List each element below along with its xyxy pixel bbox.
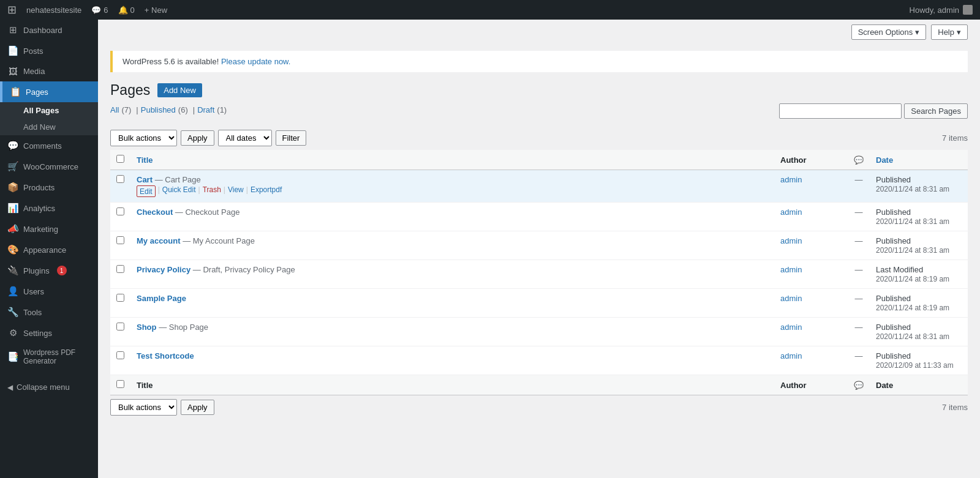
apply-button-top[interactable]: Apply bbox=[181, 130, 214, 146]
sidebar-item-media[interactable]: 🖼 Media bbox=[0, 61, 98, 81]
comments-icon-bar[interactable]: 💬 6 bbox=[91, 6, 108, 15]
pdf-icon: 📑 bbox=[7, 351, 18, 362]
bulk-actions-select-bottom[interactable]: Bulk actions bbox=[110, 399, 177, 416]
sidebar-item-marketing[interactable]: 📣 Marketing bbox=[0, 218, 98, 239]
media-icon: 🖼 bbox=[7, 66, 18, 77]
date-sort-link[interactable]: Date bbox=[876, 155, 893, 165]
table-row: Shop — Shop Page admin — Published 2020/… bbox=[110, 318, 968, 346]
col-footer-title: Title bbox=[130, 375, 774, 395]
author-link[interactable]: admin bbox=[780, 323, 802, 332]
add-new-button[interactable]: Add New bbox=[157, 83, 202, 97]
col-footer-comments: 💬 bbox=[848, 375, 870, 395]
pages-submenu: All Pages Add New bbox=[0, 102, 98, 135]
settings-icon: ⚙ bbox=[7, 327, 18, 338]
site-name[interactable]: nehatestsitesite bbox=[26, 6, 81, 15]
exportpdf-link[interactable]: Exportpdf bbox=[251, 185, 282, 197]
col-header-date[interactable]: Date bbox=[870, 150, 968, 170]
row-title-cell: Sample Page bbox=[130, 289, 774, 318]
author-link[interactable]: admin bbox=[780, 294, 802, 303]
dates-filter-select[interactable]: All dates bbox=[218, 130, 272, 146]
edit-link[interactable]: Edit bbox=[140, 187, 153, 196]
sidebar-item-posts[interactable]: 📄 Posts bbox=[0, 40, 98, 61]
marketing-icon: 📣 bbox=[7, 223, 18, 234]
row-checkbox[interactable] bbox=[116, 207, 124, 215]
row-title-cell: Cart — Cart Page Edit | Quick Edit | Tra… bbox=[130, 170, 774, 203]
author-link[interactable]: admin bbox=[780, 265, 802, 274]
date-status: Published bbox=[876, 175, 911, 184]
quick-edit-link[interactable]: Quick Edit bbox=[162, 185, 196, 197]
row-checkbox[interactable] bbox=[116, 351, 124, 359]
sidebar-item-settings[interactable]: ⚙ Settings bbox=[0, 323, 98, 343]
plugins-icon: 🔌 bbox=[7, 265, 18, 276]
submenu-all-pages[interactable]: All Pages bbox=[0, 102, 98, 119]
sidebar-item-pages[interactable]: 📋 Pages bbox=[0, 81, 98, 102]
sidebar-item-analytics[interactable]: 📊 Analytics bbox=[0, 198, 98, 218]
select-all-checkbox-bottom[interactable] bbox=[116, 380, 124, 388]
view-link[interactable]: View bbox=[228, 185, 244, 197]
new-menu[interactable]: + New bbox=[145, 6, 167, 15]
author-link[interactable]: admin bbox=[780, 175, 802, 184]
sidebar-item-dashboard[interactable]: ⊞ Dashboard bbox=[0, 20, 98, 40]
row-title-link[interactable]: Shop bbox=[137, 323, 157, 332]
bulk-actions-select-top[interactable]: Bulk actions bbox=[110, 130, 177, 146]
row-checkbox-cell bbox=[110, 170, 130, 203]
sidebar-item-woocommerce[interactable]: 🛒 WooCommerce bbox=[0, 156, 98, 177]
row-title-link[interactable]: Checkout bbox=[137, 207, 173, 217]
edit-action-box: Edit bbox=[137, 185, 156, 197]
date-value: 2020/11/24 at 8:31 am bbox=[876, 185, 949, 193]
users-icon: 👤 bbox=[7, 286, 18, 297]
apply-button-bottom[interactable]: Apply bbox=[181, 400, 214, 415]
comments-footer-icon: 💬 bbox=[854, 381, 864, 390]
wp-logo-icon[interactable]: ⊞ bbox=[7, 3, 17, 17]
screen-options-button[interactable]: Screen Options ▾ bbox=[851, 24, 927, 40]
sidebar-item-plugins[interactable]: 🔌 Plugins 1 bbox=[0, 260, 98, 281]
row-date-cell: Published 2020/11/24 at 8:31 am bbox=[870, 170, 968, 203]
filter-all[interactable]: All bbox=[110, 105, 119, 114]
search-pages-button[interactable]: Search Pages bbox=[904, 103, 968, 119]
trash-link[interactable]: Trash bbox=[203, 185, 221, 197]
col-header-author: Author bbox=[774, 150, 848, 170]
select-all-checkbox-top[interactable] bbox=[116, 155, 124, 163]
row-checkbox[interactable] bbox=[116, 236, 124, 244]
author-link[interactable]: admin bbox=[780, 351, 802, 360]
author-link[interactable]: admin bbox=[780, 236, 802, 245]
row-checkbox[interactable] bbox=[116, 175, 124, 183]
sidebar-item-pdf-generator[interactable]: 📑 Wordpress PDF Generator bbox=[0, 343, 98, 370]
help-button[interactable]: Help ▾ bbox=[931, 24, 968, 40]
sidebar-item-users[interactable]: 👤 Users bbox=[0, 281, 98, 302]
items-count-top: 7 items bbox=[942, 133, 968, 143]
filter-published[interactable]: Published bbox=[141, 105, 176, 114]
col-header-checkbox bbox=[110, 150, 130, 170]
sidebar-item-appearance[interactable]: 🎨 Appearance bbox=[0, 239, 98, 260]
collapse-menu-button[interactable]: ◀ Collapse menu bbox=[0, 375, 98, 399]
sidebar: ⊞ Dashboard 📄 Posts 🖼 Media 📋 Pages All … bbox=[0, 20, 98, 478]
title-sort-link[interactable]: Title bbox=[137, 155, 153, 165]
sidebar-item-comments[interactable]: 💬 Comments bbox=[0, 135, 98, 156]
filter-draft[interactable]: Draft bbox=[197, 105, 214, 114]
update-text-middle: is available! bbox=[177, 57, 221, 66]
submenu-add-new[interactable]: Add New bbox=[0, 119, 98, 135]
sidebar-item-tools[interactable]: 🔧 Tools bbox=[0, 302, 98, 323]
row-checkbox[interactable] bbox=[116, 323, 124, 330]
page-title-area: Pages Add New bbox=[110, 82, 968, 99]
row-title-link[interactable]: Test Shortcode bbox=[137, 351, 194, 360]
update-version: WordPress 5.6 bbox=[123, 57, 175, 66]
search-input[interactable] bbox=[779, 103, 902, 119]
row-actions: Edit | Quick Edit | Trash | View | Expor… bbox=[137, 185, 768, 197]
dashboard-icon: ⊞ bbox=[7, 24, 18, 35]
col-header-title[interactable]: Title bbox=[130, 150, 774, 170]
notifications-bar[interactable]: 🔔 0 bbox=[118, 6, 135, 15]
row-checkbox[interactable] bbox=[116, 265, 124, 273]
filter-button-top[interactable]: Filter bbox=[276, 130, 307, 146]
update-link[interactable]: Please update now. bbox=[221, 57, 290, 66]
row-checkbox[interactable] bbox=[116, 294, 124, 302]
collapse-arrow-icon: ◀ bbox=[7, 383, 13, 392]
table-row: Cart — Cart Page Edit | Quick Edit | Tra… bbox=[110, 170, 968, 203]
row-title-cell: Checkout — Checkout Page Edit | Quick Ed… bbox=[130, 203, 774, 231]
row-title-link[interactable]: Privacy Policy bbox=[137, 265, 190, 274]
row-title-link[interactable]: Cart bbox=[137, 175, 153, 184]
author-link[interactable]: admin bbox=[780, 207, 802, 217]
sidebar-item-products[interactable]: 📦 Products bbox=[0, 177, 98, 198]
row-title-link[interactable]: Sample Page bbox=[137, 294, 186, 303]
row-title-link[interactable]: My account bbox=[137, 236, 181, 245]
